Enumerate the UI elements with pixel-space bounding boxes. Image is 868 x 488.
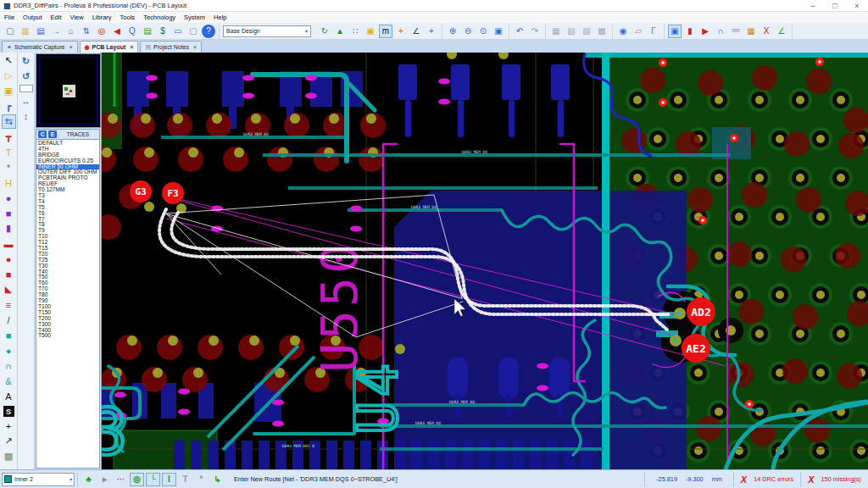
via-tool-icon[interactable]: ┳: [2, 130, 16, 144]
board-view-icon[interactable]: ▦: [744, 25, 758, 38]
menu-view[interactable]: View: [66, 14, 88, 21]
panel-icon[interactable]: ▭: [171, 25, 185, 38]
smt-round-pad-tool-icon[interactable]: ●: [2, 252, 16, 266]
redraw-icon[interactable]: ↻: [318, 25, 331, 38]
polygon-pad-tool-icon[interactable]: ◣: [2, 282, 16, 297]
overview-minimap[interactable]: [36, 53, 101, 128]
zoom-sheet-icon[interactable]: ▣: [492, 25, 505, 38]
text-tool-icon[interactable]: A: [2, 389, 16, 403]
autoroute-icon[interactable]: ▮: [683, 25, 697, 38]
redo-icon[interactable]: ↷: [528, 25, 542, 38]
undo-icon[interactable]: ↶: [513, 25, 526, 38]
open-project-icon[interactable]: ▥: [19, 25, 32, 38]
trace-style-item[interactable]: T8: [36, 222, 99, 228]
pcb-target-icon[interactable]: ◎: [95, 25, 108, 38]
metric-toggle-icon[interactable]: m: [379, 25, 392, 38]
trace-style-item[interactable]: T3: [36, 193, 99, 199]
square-pad-tool-icon[interactable]: ■: [2, 206, 16, 220]
smt-square-pad-tool-icon[interactable]: ■: [2, 267, 16, 281]
trace-angle-icon[interactable]: ▸: [97, 473, 112, 486]
layer-leaf-icon[interactable]: ♣: [81, 473, 96, 486]
smt-rect-pad-tool-icon[interactable]: ▬: [2, 236, 16, 251]
block-move-icon[interactable]: ▨: [580, 25, 593, 38]
trace-style-item[interactable]: T500: [36, 333, 99, 339]
tab-close-icon[interactable]: ×: [193, 44, 197, 50]
menu-file[interactable]: File: [0, 14, 19, 21]
package-tool-icon[interactable]: ▣: [2, 84, 16, 98]
block-copy-icon[interactable]: ▧: [565, 25, 578, 38]
notes-doc-icon[interactable]: ▢: [186, 25, 200, 38]
star-route-icon[interactable]: *: [194, 473, 209, 486]
rotate-ccw-icon[interactable]: ↺: [19, 69, 33, 83]
edit-trace-style-button[interactable]: E: [48, 130, 57, 138]
trace-style-item[interactable]: T7: [36, 217, 99, 223]
design-rules-icon[interactable]: 555: [729, 25, 743, 38]
menu-edit[interactable]: Edit: [47, 14, 66, 21]
zoom-in-icon[interactable]: ⊕: [446, 25, 459, 38]
mirror-vertical-icon[interactable]: ↕: [19, 109, 33, 123]
selection-tool-icon[interactable]: ↖: [2, 53, 16, 68]
polar-coords-icon[interactable]: ∠: [409, 25, 423, 38]
component-tool-icon[interactable]: ▷: [2, 69, 16, 83]
design-explorer-icon[interactable]: ⇅: [80, 25, 93, 38]
pan-icon[interactable]: +: [425, 25, 438, 38]
exit-route-icon[interactable]: ↳: [210, 473, 225, 486]
straight-route-icon[interactable]: I: [162, 473, 176, 486]
image-tool-icon[interactable]: ▩: [2, 449, 16, 463]
angle-input[interactable]: [19, 85, 33, 92]
track-tool-icon[interactable]: ┏: [2, 99, 16, 114]
ratsnest-tool-icon[interactable]: *: [2, 160, 16, 175]
layers-icon[interactable]: ▣: [364, 25, 377, 38]
menu-system[interactable]: System: [180, 14, 209, 21]
new-project-icon[interactable]: ▢: [3, 25, 17, 38]
menu-help[interactable]: Help: [209, 14, 231, 21]
missing-nets-indicator[interactable]: X 150 missing(s): [800, 472, 868, 487]
corner-route-icon[interactable]: └: [146, 473, 160, 486]
trace-style-item[interactable]: T0.127MM: [36, 187, 99, 193]
net-colors-icon[interactable]: X: [760, 25, 773, 38]
pad-stack-tool-icon[interactable]: ≡: [2, 297, 16, 312]
box-tool-icon[interactable]: ■: [2, 328, 16, 342]
menu-output[interactable]: Output: [19, 14, 47, 21]
tools-hammer-icon[interactable]: Γ: [647, 25, 660, 38]
home-page-icon[interactable]: ⌂: [64, 25, 78, 38]
t-route-icon[interactable]: T: [178, 473, 192, 486]
tab-pcb-layout[interactable]: ◉PCB Layout×: [80, 41, 139, 53]
diff-pair-tool-icon[interactable]: ⇆: [2, 114, 16, 129]
mirror-horizontal-icon[interactable]: ↔: [19, 94, 33, 108]
line-tool-icon[interactable]: /: [2, 313, 16, 327]
tab-schematic-capture[interactable]: ✦Schematic Capture×: [2, 41, 78, 53]
tab-project-notes[interactable]: ▤Project Notes×: [140, 41, 202, 53]
close-button[interactable]: ×: [846, 2, 868, 10]
trace-style-item[interactable]: T5: [36, 205, 99, 211]
new-part-icon[interactable]: ▱: [632, 25, 645, 38]
block-delete-icon[interactable]: ▩: [595, 25, 609, 38]
dil-pad-tool-icon[interactable]: ▮: [2, 221, 16, 236]
design-selector[interactable]: Base Design▾: [223, 25, 311, 37]
announce-icon[interactable]: ◀: [110, 25, 124, 38]
menu-tools[interactable]: Tools: [116, 14, 140, 21]
autoplace-icon[interactable]: ▣: [668, 25, 682, 38]
tab-close-icon[interactable]: ×: [130, 44, 133, 50]
path-tool-icon[interactable]: &: [2, 374, 16, 388]
rotate-cw-icon[interactable]: ↻: [19, 54, 33, 68]
zoom-area-icon[interactable]: ⊙: [476, 25, 490, 38]
create-trace-style-button[interactable]: C: [38, 130, 47, 138]
prism-view-icon[interactable]: ▲: [333, 25, 347, 38]
block-cut-icon[interactable]: ▦: [549, 25, 563, 38]
save-project-icon[interactable]: ▤: [34, 25, 47, 38]
trace-style-item[interactable]: T4: [36, 199, 99, 205]
round-pad-tool-icon[interactable]: ●: [2, 191, 16, 205]
zoom-search-icon[interactable]: Q: [125, 25, 139, 38]
connectivity-tool-icon[interactable]: T: [2, 145, 16, 159]
magnet-snap-icon[interactable]: ∩: [714, 25, 727, 38]
zoom-out-icon[interactable]: ⊖: [461, 25, 475, 38]
route-edit-icon[interactable]: ▶: [698, 25, 712, 38]
origin-icon[interactable]: +: [394, 25, 408, 38]
tab-close-icon[interactable]: ×: [69, 44, 72, 50]
trace-style-item[interactable]: T6: [36, 211, 99, 217]
help-icon[interactable]: ?: [202, 25, 215, 38]
measure-icon[interactable]: ∠: [775, 25, 788, 38]
symbol-tool-icon[interactable]: S: [3, 406, 14, 417]
dimension-tool-icon[interactable]: ↗: [2, 434, 16, 448]
